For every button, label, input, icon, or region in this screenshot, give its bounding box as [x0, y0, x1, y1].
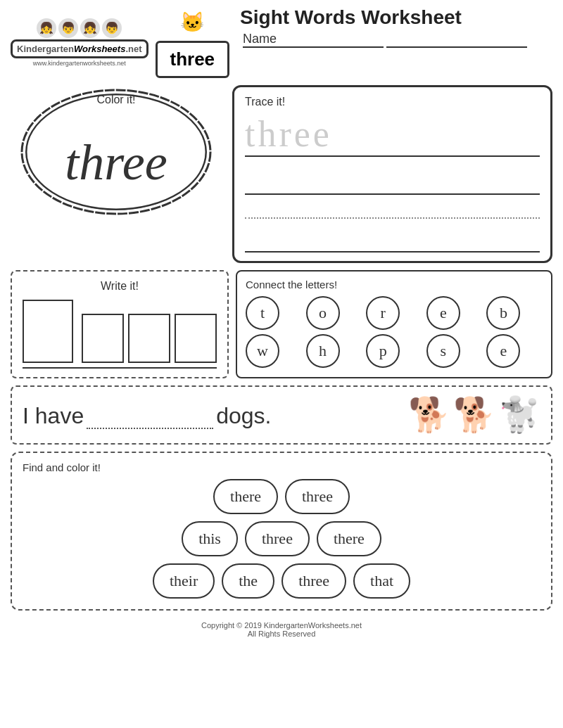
color-it-word: three — [65, 137, 167, 188]
logo-area: 👧 👦 👧 👦 KindergartenWorksheets.net www.k… — [11, 18, 148, 68]
sentence-prefix: I have — [23, 403, 84, 428]
title-area: Sight Words Worksheet Name — [240, 7, 527, 48]
dog-icon-1: 🐕 — [408, 395, 450, 435]
color-it-section: Color it! three — [11, 85, 222, 263]
name-label: Name — [243, 32, 384, 48]
word-oval-their: their — [153, 563, 215, 599]
trace-it-section: Trace it! three — [232, 85, 552, 263]
page-title: Sight Words Worksheet — [240, 7, 527, 29]
sentence-text: I have dogs. — [23, 402, 401, 429]
letter-r: r — [366, 296, 400, 330]
logo-net: .net — [125, 44, 141, 54]
word-oval-three2: three — [245, 521, 310, 556]
letter-o: o — [306, 296, 340, 330]
word-ovals-grid: there three this three there their the t… — [23, 479, 540, 599]
write-it-section: Write it! — [11, 270, 229, 378]
main-content: Color it! three Trace it! three Write it… — [0, 82, 563, 614]
logo-kinder: Kindergarten — [17, 44, 74, 54]
letter-b: b — [486, 296, 520, 330]
sentence-section: I have dogs. 🐕 🐕 🐩 — [11, 385, 552, 445]
write-bottom-line — [23, 367, 217, 369]
word-oval-there2: there — [317, 521, 381, 556]
word-oval-there1: there — [213, 479, 278, 514]
sentence-suffix: dogs. — [216, 403, 271, 428]
letter-h: h — [306, 334, 340, 368]
find-color-section: Find and color it! there three this thre… — [11, 452, 552, 611]
write-box-e — [175, 314, 217, 363]
footer: Copyright © 2019 KindergartenWorksheets.… — [0, 617, 563, 642]
write-box-r — [128, 314, 170, 363]
dogs-image: 🐕 🐕 🐩 — [408, 395, 540, 435]
dog-icon-2: 🐕 — [453, 395, 495, 435]
letter-s: s — [426, 334, 460, 368]
trace-word: three — [245, 114, 540, 154]
connect-letters-label: Connect the letters! — [246, 279, 543, 290]
color-it-label: Color it! — [96, 94, 135, 106]
ovals-row2: this three there — [23, 521, 540, 556]
find-color-label: Find and color it! — [23, 461, 540, 473]
name-underline — [386, 32, 527, 48]
logo-url: www.kindergartenworksheets.net — [33, 60, 126, 67]
header: 👧 👦 👧 👦 KindergartenWorksheets.net www.k… — [0, 0, 563, 82]
connect-letters-section: Connect the letters! t o r e b w h p s e — [236, 270, 552, 378]
header-right: 🐱 three Sight Words Worksheet Name — [156, 7, 553, 78]
middle-row: Write it! Connect the letters! t o r e b — [11, 270, 552, 378]
write-boxes — [23, 300, 217, 363]
letter-grid: t o r e b w h p s e — [246, 296, 543, 368]
logo-worksheets: Worksheets — [74, 44, 125, 54]
word-oval-three1: three — [285, 479, 350, 514]
footer-line2: All Rights Reserved — [4, 630, 559, 638]
write-it-label: Write it! — [23, 280, 217, 293]
ovals-row3: their the three that — [23, 563, 540, 599]
kid-icon-3: 👧 — [80, 18, 100, 38]
kid-icon-1: 👧 — [37, 18, 56, 38]
kid-icon-4: 👦 — [102, 18, 122, 38]
write-box-t — [23, 300, 73, 363]
cat-icon: 🐱 — [180, 11, 205, 34]
write-box-h — [82, 314, 124, 363]
write-small-boxes — [82, 314, 217, 363]
word-oval-that: that — [353, 563, 410, 599]
word-oval-three3: three — [282, 563, 346, 599]
name-line: Name — [240, 32, 527, 48]
letter-e1: e — [426, 296, 460, 330]
oval-container: Color it! three — [18, 85, 215, 219]
trace-word-area: three — [245, 114, 540, 157]
trace-practice-lines — [245, 168, 540, 253]
kid-icons: 👧 👦 👧 👦 — [37, 18, 122, 38]
footer-line1: Copyright © 2019 KindergartenWorksheets.… — [4, 621, 559, 630]
trace-it-label: Trace it! — [245, 96, 540, 108]
letter-p: p — [366, 334, 400, 368]
word-oval-the: the — [222, 563, 274, 599]
dog-icon-3: 🐩 — [498, 395, 540, 435]
trace-line-1 — [245, 168, 540, 195]
trace-line-dotted — [245, 202, 540, 219]
logo-box: KindergartenWorksheets.net — [11, 39, 148, 59]
word-oval-this: this — [182, 521, 238, 556]
letter-t: t — [246, 296, 279, 330]
trace-line-2 — [245, 226, 540, 253]
letter-e2: e — [486, 334, 520, 368]
kid-icon-2: 👦 — [58, 18, 78, 38]
sight-word-box: three — [156, 41, 230, 78]
sentence-blank — [87, 402, 213, 429]
top-row: Color it! three Trace it! three — [11, 85, 552, 263]
letter-w: w — [246, 334, 279, 368]
